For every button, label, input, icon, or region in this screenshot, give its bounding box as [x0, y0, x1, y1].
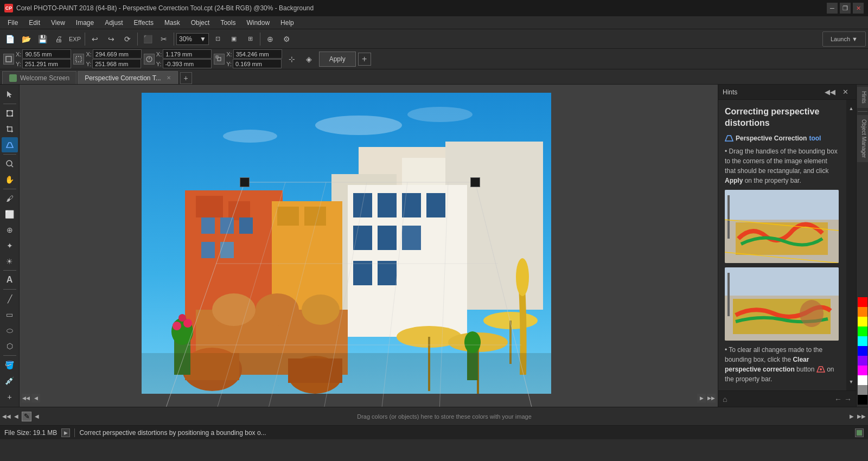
tab-close-icon[interactable]: ✕ [167, 75, 171, 81]
hints-collapse-btn[interactable]: ◀◀ [824, 86, 837, 99]
perspective-mode-btn[interactable]: ◈ [302, 52, 317, 67]
crop-button[interactable]: ✂ [156, 31, 171, 47]
swatch-black[interactable] [858, 395, 867, 405]
hints-home-btn[interactable]: ⌂ [723, 395, 727, 404]
hints-scroll-down-btn[interactable]: ▼ [845, 375, 856, 388]
menu-adjust[interactable]: Adjust [99, 18, 128, 28]
transform-tool[interactable] [2, 106, 18, 121]
text-tool[interactable]: A [2, 272, 18, 287]
color-bar-scroll-r[interactable]: ◀ [33, 412, 41, 421]
transform-mode-btn[interactable]: ⊹ [284, 52, 299, 67]
hints-scroll-up-btn[interactable]: ▲ [845, 102, 856, 115]
ellipse-tool[interactable]: ⬭ [2, 323, 18, 338]
pan-tool[interactable]: ✋ [2, 172, 18, 187]
handle-tr[interactable] [470, 177, 480, 187]
options-button[interactable]: ⚙ [279, 31, 294, 47]
handle-tl[interactable] [240, 177, 250, 187]
tab-add-button[interactable]: + [180, 72, 192, 84]
menu-tools[interactable]: Tools [215, 18, 241, 28]
undo-button[interactable]: ↩ [87, 31, 103, 47]
color-bar-edit[interactable]: ✎ [22, 412, 31, 421]
snap-button[interactable]: ⊕ [263, 31, 278, 47]
add-preset-button[interactable]: + [358, 53, 371, 66]
apply-button[interactable]: Apply [319, 52, 356, 67]
y4-input[interactable] [233, 59, 282, 68]
swatch-red[interactable] [858, 297, 867, 307]
color-bar-skip-end[interactable]: ▶▶ [857, 412, 866, 421]
menu-view[interactable]: View [46, 18, 71, 28]
hints-back-btn[interactable]: ← [834, 395, 842, 404]
rect-tool[interactable]: ▭ [2, 307, 18, 322]
color-bar-skip-start[interactable]: ◀◀ [2, 412, 11, 421]
add-tool[interactable]: + [2, 389, 18, 405]
eyedropper-tool[interactable]: 💉 [2, 373, 18, 388]
transform-button[interactable]: ⬛ [140, 31, 155, 47]
crop-tool[interactable] [2, 121, 18, 137]
perspective-tool[interactable] [2, 137, 18, 152]
swatch-yellow[interactable] [858, 317, 867, 326]
hints-side-tab[interactable]: Hints [857, 87, 868, 108]
new-button[interactable]: 📄 [2, 31, 17, 47]
y3-input[interactable] [163, 59, 212, 68]
export-button[interactable]: EXP [67, 31, 82, 47]
swatch-cyan[interactable] [858, 336, 867, 346]
scroll-prev-btn[interactable]: ◀ [31, 394, 40, 402]
swatch-magenta[interactable] [858, 366, 867, 375]
swatch-violet[interactable] [858, 356, 867, 366]
menu-help[interactable]: Help [275, 18, 299, 28]
swatch-green[interactable] [858, 326, 867, 336]
scroll-right-btn[interactable]: ▶▶ [707, 394, 716, 402]
launch-button[interactable]: Launch ▼ [822, 31, 866, 47]
open-button[interactable]: 📂 [18, 31, 34, 47]
save-button[interactable]: 💾 [35, 31, 50, 47]
menu-effects[interactable]: Effects [129, 18, 159, 28]
scroll-left-btn[interactable]: ◀◀ [22, 394, 30, 402]
object-manager-side-tab[interactable]: Object Manager [857, 115, 868, 162]
menu-object[interactable]: Object [186, 18, 215, 28]
minimize-button[interactable]: ─ [827, 3, 838, 14]
pick-tool[interactable] [2, 87, 18, 102]
hints-close-btn[interactable]: ✕ [839, 86, 852, 99]
file-size-expand-btn[interactable]: ▶ [61, 428, 70, 437]
reset-button[interactable]: ⟳ [120, 31, 135, 47]
y1-input[interactable] [22, 59, 71, 68]
color-bar-next[interactable]: ▶ [847, 412, 856, 421]
effect-tool[interactable]: ✦ [2, 238, 18, 253]
clone-tool[interactable]: ⊕ [2, 222, 18, 238]
canvas-area[interactable]: ◀◀ ◀ ▶ ▶▶ [20, 85, 718, 407]
line-tool[interactable]: ╱ [2, 291, 18, 306]
zoom-page-button[interactable]: ▣ [226, 31, 241, 47]
scroll-next-btn[interactable]: ▶ [697, 394, 706, 402]
swatch-orange[interactable] [858, 307, 867, 317]
y2-input[interactable] [92, 59, 141, 68]
close-button[interactable]: ✕ [853, 3, 864, 14]
zoom-box[interactable]: 30% ▼ [176, 33, 209, 45]
menu-image[interactable]: Image [71, 18, 99, 28]
x2-input[interactable] [93, 49, 142, 59]
polygon-tool[interactable]: ⬡ [2, 338, 18, 354]
redo-button[interactable]: ↪ [104, 31, 119, 47]
paint-tool[interactable]: 🖌 [2, 191, 18, 206]
tab-welcome[interactable]: Welcome Screen [2, 71, 76, 84]
zoom-tool[interactable] [2, 156, 18, 171]
fill-tool[interactable]: 🪣 [2, 357, 18, 373]
menu-mask[interactable]: Mask [159, 18, 186, 28]
swatch-white[interactable] [858, 375, 867, 385]
menu-window[interactable]: Window [241, 18, 275, 28]
color-bar-prev[interactable]: ◀ [12, 412, 21, 421]
dodge-tool[interactable]: ☀ [2, 254, 18, 269]
swatch-gray[interactable] [858, 385, 867, 395]
hints-forward-btn[interactable]: → [844, 395, 852, 404]
x3-input[interactable] [163, 49, 212, 59]
swatch-blue[interactable] [858, 346, 867, 356]
restore-button[interactable]: ❐ [840, 3, 851, 14]
zoom-fit-button[interactable]: ⊡ [210, 31, 225, 47]
print-button[interactable]: 🖨 [51, 31, 66, 47]
tab-perspective[interactable]: Perspective Correction T... ✕ [78, 71, 178, 84]
eraser-tool[interactable]: ⬜ [2, 207, 18, 222]
x1-input[interactable] [22, 49, 71, 59]
menu-file[interactable]: File [2, 18, 23, 28]
x4-input[interactable] [233, 49, 282, 59]
view-mode-button[interactable]: ⊞ [242, 31, 258, 47]
menu-edit[interactable]: Edit [23, 18, 46, 28]
